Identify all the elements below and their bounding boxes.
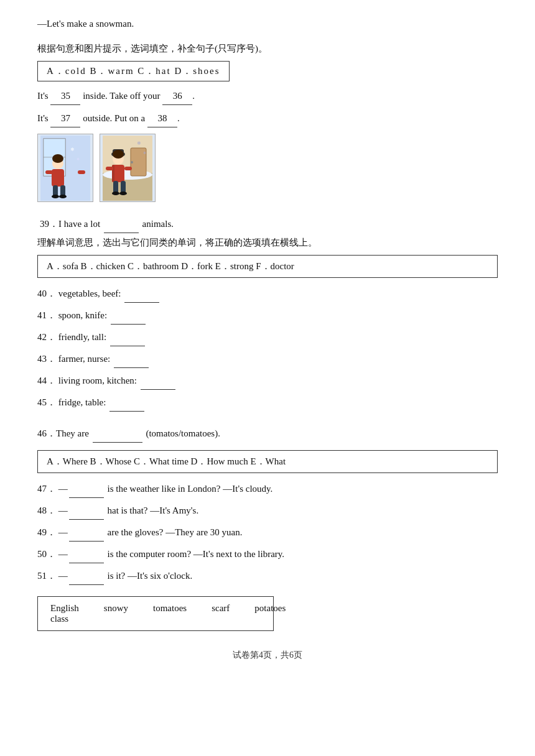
image-1: ❄ ❄ [37,134,93,202]
svg-point-31 [113,150,124,159]
svg-point-19 [131,161,133,164]
blank-44 [141,372,175,390]
svg-point-14 [52,154,63,163]
q39: 39．I have a lot animals. [37,216,498,233]
section1-word-box: A．cold B．warm C．hat D．shoes [37,61,230,81]
blank-51 [69,568,104,585]
blank-50 [69,546,104,563]
word-potatoes: potatoes [254,603,286,624]
q40: 40． vegetables, beef: [37,285,498,303]
svg-text:❄: ❄ [137,141,141,146]
child-image-1: ❄ ❄ [40,136,90,201]
word-tomatoes: tomatoes [153,603,187,624]
blank-41 [111,307,146,325]
svg-text:❄: ❄ [70,147,75,152]
blank-36: 36 [162,88,192,105]
q47: 47． — is the weather like in London? —It… [37,481,498,498]
blank-40 [124,285,159,303]
blank-45 [109,394,144,412]
sentence-1: It's 35 inside. Take off your 36. [37,88,498,105]
word-scarf: scarf [212,603,230,624]
svg-point-12 [52,195,59,198]
q50: 50． — is the computer room? —It's next t… [37,546,498,563]
image-row: ❄ ❄ [37,134,498,202]
q42: 42． friendly, tall: [37,329,498,346]
q48: 48． — hat is that? —It's Amy's. [37,502,498,520]
q49: 49． — are the gloves? —They are 30 yuan. [37,524,498,542]
blank-48 [69,502,104,520]
sentence-2: It's 37 outside. Put on a 38. [37,110,498,127]
word-english-class: English class [50,603,79,624]
image-2: ❄ ❄ [100,134,156,202]
svg-rect-9 [78,170,85,174]
section-3: 46．They are (tomatos/tomatoes). A．Where … [37,425,498,585]
section-2: 39．I have a lot animals. 理解单词意思，选出与它们同类的… [37,216,498,412]
blank-37: 37 [50,110,80,127]
q51: 51． — is it? —It's six o'clock. [37,568,498,585]
svg-text:❄: ❄ [77,157,80,161]
svg-rect-8 [45,170,53,174]
section1-instruction: 根据句意和图片提示，选词填空，补全句子(只写序号)。 [37,43,498,55]
blank-38: 38 [147,110,177,127]
blank-49 [69,524,104,542]
choice-box: A．Where B．Whose C．What time D．How much E… [37,450,498,473]
blank-47 [69,481,104,498]
svg-rect-7 [52,169,64,187]
word-bank: English class snowy tomatoes scarf potat… [37,596,274,631]
q41: 41． spoon, knife: [37,307,498,325]
word-snowy: snowy [104,603,128,624]
page-info: 试卷第4页，共6页 [233,650,302,660]
q44: 44． living room, kitchen: [37,372,498,390]
q43: 43． farmer, nurse: [37,351,498,368]
blank-35: 35 [50,88,80,105]
blank-42 [110,329,145,346]
child-image-2: ❄ ❄ [103,136,152,201]
svg-rect-2 [44,139,65,157]
svg-point-13 [59,195,67,198]
svg-point-27 [112,191,119,195]
top-line: —Let's make a snowman. [37,19,498,29]
svg-rect-23 [106,167,113,170]
q45: 45． fridge, table: [37,394,498,412]
footer: 试卷第4页，共6页 [37,650,498,661]
svg-text:❄: ❄ [143,151,146,155]
blank-43 [114,351,149,368]
svg-point-28 [119,191,127,195]
section2-instruction: 理解单词意思，选出与它们同类的单词，将正确的选项填在横线上。 [37,237,498,249]
section-1: 根据句意和图片提示，选词填空，补全句子(只写序号)。 A．cold B．warm… [37,43,498,202]
blank-46 [93,425,142,443]
blank-39 [104,216,139,233]
section2-vocab-box: A．sofa B．chicken C．bathroom D．fork E．str… [37,255,498,278]
svg-rect-24 [124,167,132,170]
q46: 46．They are (tomatos/tomatoes). [37,425,498,443]
